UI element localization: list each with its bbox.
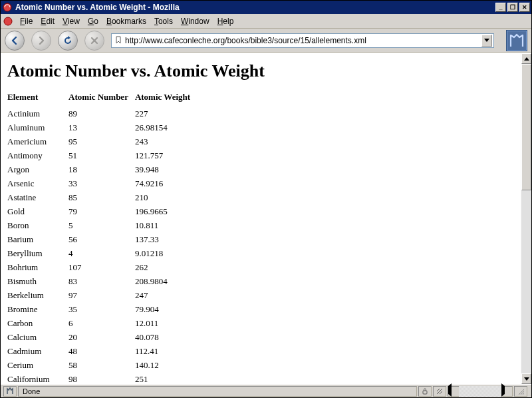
- reload-button[interactable]: [58, 31, 78, 51]
- cell: 48: [68, 344, 135, 358]
- menu-help[interactable]: Help: [215, 15, 237, 27]
- hscroll-left-button[interactable]: [448, 386, 459, 397]
- back-button[interactable]: [5, 31, 25, 51]
- restore-button[interactable]: ❐: [507, 3, 518, 12]
- cell: 89: [68, 106, 135, 120]
- page-content: Atomic Number vs. Atomic Weight ElementA…: [1, 53, 521, 384]
- cell: 196.9665: [135, 204, 197, 218]
- cell: Aluminum: [7, 120, 68, 134]
- cell: Cadmium: [7, 344, 68, 358]
- status-text: Done: [18, 386, 417, 397]
- elements-table: ElementAtomic NumberAtomic Weight Actini…: [7, 91, 197, 384]
- close-button[interactable]: ✕: [519, 3, 530, 12]
- cell: 208.9804: [135, 274, 197, 288]
- minimize-button[interactable]: _: [495, 3, 506, 12]
- security-icon[interactable]: [418, 386, 432, 397]
- cell: Boron: [7, 218, 68, 232]
- cell: Cerium: [7, 358, 68, 372]
- cell: 58: [68, 358, 135, 372]
- vertical-scrollbar[interactable]: [521, 53, 531, 384]
- cell: 4: [68, 246, 135, 260]
- table-row: Cadmium48112.41: [7, 344, 197, 358]
- table-row: Barium56137.33: [7, 232, 197, 246]
- mozilla-menu-icon: [3, 16, 13, 27]
- cell: 33: [68, 176, 135, 190]
- table-row: Boron510.811: [7, 218, 197, 232]
- menu-edit[interactable]: Edit: [38, 15, 57, 27]
- table-row: Berkelium97247: [7, 288, 197, 302]
- title-bar: Atomic Number vs. Atomic Weight - Mozill…: [1, 1, 531, 14]
- svg-point-1: [4, 17, 12, 25]
- scroll-down-button[interactable]: [521, 373, 531, 384]
- table-row: Carbon612.011: [7, 316, 197, 330]
- cell: 10.811: [135, 218, 197, 232]
- cell: Bromine: [7, 302, 68, 316]
- cell: Argon: [7, 162, 68, 176]
- scroll-up-button[interactable]: [521, 53, 531, 64]
- cell: Actinium: [7, 106, 68, 120]
- table-row: Calcium2040.078: [7, 330, 197, 344]
- app-icon: [2, 2, 13, 13]
- menu-view[interactable]: View: [60, 15, 82, 27]
- cell: 79: [68, 204, 135, 218]
- column-header: Atomic Number: [68, 91, 135, 106]
- forward-button[interactable]: [31, 31, 51, 51]
- table-row: Gold79196.9665: [7, 204, 197, 218]
- url-dropdown-button[interactable]: [481, 35, 492, 47]
- column-header: Element: [7, 91, 68, 106]
- cell: 98: [68, 372, 135, 384]
- column-header: Atomic Weight: [135, 91, 197, 106]
- cell: 83: [68, 274, 135, 288]
- page-heading: Atomic Number vs. Atomic Weight: [7, 61, 514, 81]
- resize-grip[interactable]: [514, 386, 527, 397]
- cell: Calcium: [7, 330, 68, 344]
- table-row: Americium95243: [7, 134, 197, 148]
- table-row: Antimony51121.757: [7, 148, 197, 162]
- url-input[interactable]: [125, 36, 481, 45]
- cell: 95: [68, 134, 135, 148]
- table-row: Astatine85210: [7, 190, 197, 204]
- table-row: Beryllium49.01218: [7, 246, 197, 260]
- status-bar: Done: [1, 384, 531, 397]
- cell: Carbon: [7, 316, 68, 330]
- cell: Bohrium: [7, 260, 68, 274]
- menu-tools[interactable]: Tools: [152, 15, 176, 27]
- hscroll-right-button[interactable]: [501, 386, 512, 397]
- navigation-toolbar: [1, 29, 531, 53]
- cell: 79.904: [135, 302, 197, 316]
- cell: 12.011: [135, 316, 197, 330]
- scroll-thumb[interactable]: [521, 64, 531, 190]
- cell: 251: [135, 372, 197, 384]
- table-row: Bromine3579.904: [7, 302, 197, 316]
- table-row: Californium98251: [7, 372, 197, 384]
- cell: 26.98154: [135, 120, 197, 134]
- cell: Americium: [7, 134, 68, 148]
- menu-go[interactable]: Go: [85, 15, 101, 27]
- cell: Gold: [7, 204, 68, 218]
- cell: 20: [68, 330, 135, 344]
- bookmark-icon: [114, 36, 122, 45]
- cell: 262: [135, 260, 197, 274]
- menu-window[interactable]: Window: [178, 15, 212, 27]
- url-bar[interactable]: [111, 33, 494, 48]
- stop-button[interactable]: [84, 31, 104, 51]
- cell: 97: [68, 288, 135, 302]
- cell: Arsenic: [7, 176, 68, 190]
- cell: Antimony: [7, 148, 68, 162]
- cell: 227: [135, 106, 197, 120]
- menu-bar: FileEditViewGoBookmarksToolsWindowHelp: [1, 14, 531, 29]
- offline-icon[interactable]: [433, 386, 446, 397]
- cell: 243: [135, 134, 197, 148]
- scroll-track[interactable]: [521, 64, 531, 373]
- activity-indicator[interactable]: [506, 30, 527, 51]
- menu-file[interactable]: File: [17, 15, 35, 27]
- svg-rect-2: [423, 391, 427, 394]
- table-row: Cerium58140.12: [7, 358, 197, 372]
- table-row: Actinium89227: [7, 106, 197, 120]
- component-bar-icon[interactable]: [3, 386, 17, 397]
- menu-bookmarks[interactable]: Bookmarks: [104, 15, 149, 27]
- horizontal-scrollbar[interactable]: [448, 386, 512, 397]
- cell: 74.9216: [135, 176, 197, 190]
- cell: Californium: [7, 372, 68, 384]
- cell: 9.01218: [135, 246, 197, 260]
